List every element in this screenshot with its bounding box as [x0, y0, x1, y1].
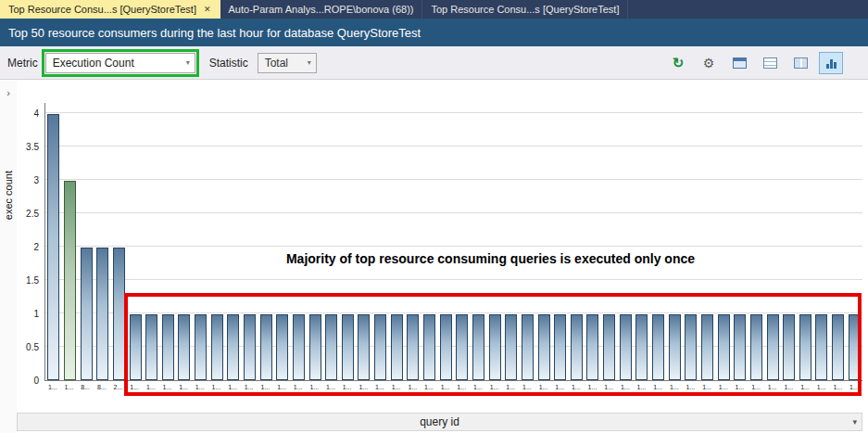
bar[interactable]	[734, 314, 746, 380]
x-tick-label: 1...	[290, 381, 307, 396]
expand-pane-button[interactable]: ›	[6, 87, 10, 98]
x-tick-label: 1...	[813, 381, 830, 396]
bar[interactable]	[358, 314, 370, 380]
bar[interactable]	[130, 314, 142, 380]
bar-slot	[242, 314, 258, 380]
bar[interactable]	[374, 314, 386, 380]
bar[interactable]	[81, 248, 93, 380]
bar[interactable]	[309, 314, 321, 380]
bar[interactable]	[456, 314, 468, 380]
bar[interactable]	[815, 314, 827, 380]
bar[interactable]	[244, 314, 256, 380]
bar[interactable]	[799, 314, 811, 380]
bar[interactable]	[522, 314, 534, 380]
bar-slot	[208, 314, 225, 380]
bar[interactable]	[685, 314, 697, 380]
close-icon[interactable]: ✕	[204, 6, 211, 14]
bar[interactable]	[260, 314, 272, 380]
x-tick-label: 8...	[94, 381, 110, 396]
y-tick-label: 2	[33, 242, 39, 252]
bar[interactable]	[423, 314, 435, 380]
bar[interactable]	[701, 314, 713, 380]
bar[interactable]	[96, 248, 108, 380]
bar-slot	[634, 314, 650, 380]
bar[interactable]	[178, 314, 190, 380]
bar-slot	[258, 314, 274, 380]
bar[interactable]	[538, 314, 550, 380]
grid-view-icon	[763, 57, 777, 69]
bar[interactable]	[669, 314, 681, 380]
bar-highlighted[interactable]	[64, 181, 76, 380]
bar-slot	[437, 314, 454, 380]
statistic-dropdown[interactable]: Total ▾	[258, 53, 317, 73]
bar[interactable]	[849, 314, 861, 380]
x-tick-label: 1...	[585, 381, 601, 396]
bar[interactable]	[652, 314, 664, 380]
grid-view-button[interactable]	[758, 52, 782, 74]
bar[interactable]	[750, 314, 762, 380]
bar[interactable]	[325, 314, 337, 380]
bar[interactable]	[832, 314, 844, 380]
x-tick-label: 1...	[388, 381, 405, 396]
bar[interactable]	[211, 314, 223, 380]
bar[interactable]	[47, 114, 59, 380]
bar[interactable]	[162, 314, 174, 380]
x-tick-label: 1...	[224, 381, 241, 396]
tab-label: Auto-Param Analys...ROPE\bonova (68))	[229, 4, 414, 15]
bar[interactable]	[276, 314, 288, 380]
bar-slot	[144, 314, 160, 380]
bar[interactable]	[571, 314, 583, 380]
bar-slot	[454, 314, 471, 380]
bar-slot	[601, 314, 618, 380]
bar[interactable]	[145, 314, 157, 380]
metric-dropdown[interactable]: Execution Count ▾	[45, 53, 195, 73]
pane-view-icon	[733, 57, 747, 69]
bar[interactable]	[620, 314, 632, 380]
metric-dropdown-value: Execution Count	[53, 57, 134, 70]
split-view-button[interactable]	[788, 52, 812, 74]
x-tick-label: 1...	[322, 381, 339, 396]
bar[interactable]	[227, 314, 239, 380]
bar[interactable]	[293, 314, 305, 380]
bar[interactable]	[195, 314, 207, 380]
tab-top-resource-consumers-active[interactable]: Top Resource Consu...s [QueryStoreTest] …	[0, 0, 220, 19]
bar[interactable]	[407, 314, 419, 380]
tab-top-resource-consumers-2[interactable]: Top Resource Consu...s [QueryStoreTest]	[422, 0, 628, 19]
tab-auto-param-analysis[interactable]: Auto-Param Analys...ROPE\bonova (68))	[220, 0, 423, 19]
chart-view-button[interactable]	[819, 52, 843, 74]
x-tick-label: 1...	[175, 381, 192, 396]
bar-slot	[307, 314, 323, 380]
page-title: Top 50 resource consumers during the las…	[8, 26, 421, 40]
bar[interactable]	[113, 248, 125, 380]
bar[interactable]	[472, 314, 484, 380]
bar-slot	[471, 314, 487, 380]
bar[interactable]	[783, 314, 795, 380]
x-axis-dropdown-chevron[interactable]: ▾	[852, 417, 857, 427]
x-tick-label: 1...	[698, 381, 715, 396]
plot-wrap: 1...1...8...8...2...1...1...1...1...1...…	[44, 103, 862, 396]
bar-slot	[486, 314, 503, 380]
x-tick-label: 1...	[600, 381, 617, 396]
bar-slot	[94, 248, 111, 380]
bar[interactable]	[440, 314, 452, 380]
bar[interactable]	[554, 314, 566, 380]
bar[interactable]	[505, 314, 517, 380]
refresh-button[interactable]: ↻	[666, 52, 690, 74]
x-axis-labels: 1...1...8...8...2...1...1...1...1...1...…	[44, 381, 862, 396]
document-tab-bar: Top Resource Consu...s [QueryStoreTest] …	[0, 0, 868, 19]
bar-slot	[388, 314, 405, 380]
bar-slot	[781, 314, 798, 380]
pane-view-button[interactable]	[727, 52, 751, 74]
settings-button[interactable]: ⚙	[697, 52, 721, 74]
x-tick-label: 1...	[258, 381, 274, 396]
bar[interactable]	[489, 314, 501, 380]
bar[interactable]	[718, 314, 730, 380]
bar[interactable]	[767, 314, 779, 380]
bar[interactable]	[391, 314, 403, 380]
bar[interactable]	[342, 314, 354, 380]
bar-slot	[830, 314, 847, 380]
bar[interactable]	[586, 314, 598, 380]
x-tick-label: 1...	[683, 381, 699, 396]
bar[interactable]	[603, 314, 615, 380]
bar[interactable]	[635, 314, 648, 380]
